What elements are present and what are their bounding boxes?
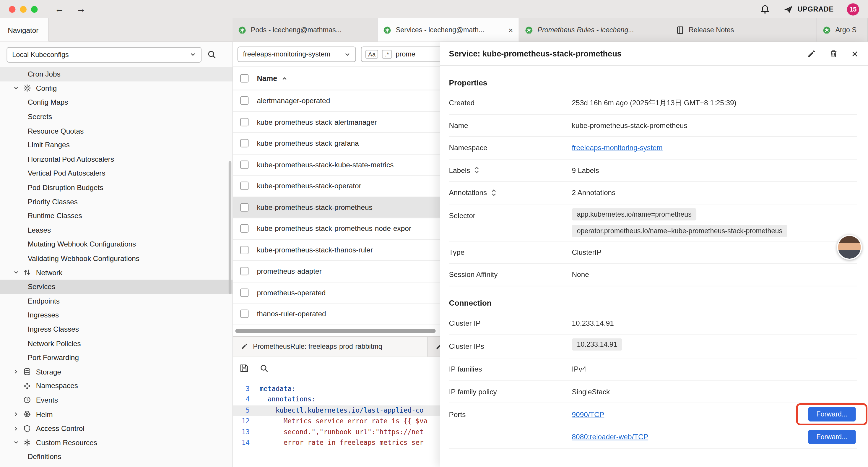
sidebar-item-secrets[interactable]: Secrets	[0, 110, 232, 124]
save-icon[interactable]	[240, 363, 248, 372]
forward-button[interactable]: Forward...	[808, 407, 856, 422]
editor-search-icon[interactable]	[260, 363, 269, 372]
sidebar-item-endpoints[interactable]: Endpoints	[0, 294, 232, 308]
sidebar-item-cron-jobs[interactable]: Cron Jobs	[0, 67, 232, 81]
property-value[interactable]: freeleaps-monitoring-system	[572, 144, 663, 152]
row-checkbox[interactable]	[240, 245, 248, 254]
sidebar-item-validating-webhook-configurations[interactable]: Validating Webhook Configurations	[0, 251, 232, 265]
row-checkbox[interactable]	[240, 289, 248, 297]
sort-toggle-icon[interactable]	[474, 167, 479, 174]
sidebar-item-resource-quotas[interactable]: Resource Quotas	[0, 124, 232, 138]
row-checkbox[interactable]	[240, 224, 248, 233]
sidebar-group-custom-resources[interactable]: Custom Resources	[0, 436, 232, 450]
sidebar-group-events[interactable]: Events	[0, 393, 232, 407]
sort-ascending-icon[interactable]	[281, 75, 287, 82]
sidebar-item-label: Vertical Pod Autoscalers	[28, 169, 105, 177]
sidebar-item-services[interactable]: Services	[0, 280, 232, 294]
sidebar-item-runtime-classes[interactable]: Runtime Classes	[0, 209, 232, 223]
sidebar-item-priority-classes[interactable]: Priority Classes	[0, 195, 232, 209]
row-checkbox[interactable]	[240, 139, 248, 147]
chevron-down-icon[interactable]	[13, 85, 19, 91]
maximize-window-button[interactable]	[31, 6, 37, 12]
chevron-down-icon[interactable]	[13, 440, 19, 445]
chevron-down-icon[interactable]	[13, 270, 19, 275]
code-text: annotations:	[260, 394, 315, 405]
minimize-window-button[interactable]	[20, 6, 26, 12]
line-number: 12	[233, 416, 256, 427]
sidebar-item-horizontal-pod-autoscalers[interactable]: Horizontal Pod Autoscalers	[0, 152, 232, 166]
row-checkbox[interactable]	[240, 182, 248, 190]
select-all-checkbox[interactable]	[240, 74, 248, 83]
editor-tab-active[interactable]: PrometheusRule: freeleaps-prod-rabbitmq	[233, 337, 428, 356]
chevron-right-icon[interactable]	[13, 411, 19, 417]
close-window-button[interactable]	[9, 6, 16, 12]
navigator-panel-tab[interactable]: Navigator	[0, 18, 49, 42]
port-link[interactable]: 8080:reloader-web/TCP	[572, 433, 649, 441]
close-icon[interactable]: ×	[851, 48, 858, 59]
sidebar-item-config-maps[interactable]: Config Maps	[0, 95, 232, 110]
back-button[interactable]: ←	[55, 4, 64, 14]
namespace-filter-select[interactable]: freeleaps-monitoring-system	[238, 47, 356, 62]
sidebar-item-port-forwarding[interactable]: Port Forwarding	[0, 351, 232, 365]
chevron-right-icon[interactable]	[13, 369, 19, 375]
chevron-right-icon[interactable]	[13, 426, 19, 431]
sidebar-item-leases[interactable]: Leases	[0, 223, 232, 237]
row-checkbox[interactable]	[240, 118, 248, 126]
sidebar-item-ingress-classes[interactable]: Ingress Classes	[0, 322, 232, 337]
kubeconfig-select[interactable]: Local Kubeconfigs	[6, 47, 202, 62]
window-controls	[9, 6, 37, 12]
sidebar-group-namespaces[interactable]: Namespaces	[0, 379, 232, 393]
app-tab-release-notes[interactable]: Release Notes	[670, 18, 817, 42]
property-value: 10.233.14.91	[572, 319, 614, 327]
tab-label: Prometheus Rules - icecheng...	[537, 26, 664, 34]
sidebar-item-label: Network Policies	[28, 339, 81, 348]
sidebar-group-helm[interactable]: Helm	[0, 407, 232, 421]
row-checkbox[interactable]	[240, 267, 248, 275]
forward-button[interactable]: Forward...	[808, 430, 856, 444]
namespace-filter-value: freeleaps-monitoring-system	[243, 51, 330, 58]
service-name: kube-prometheus-stack-thanos-ruler	[257, 245, 373, 254]
row-checkbox[interactable]	[240, 203, 248, 211]
section-heading-properties: Properties	[449, 73, 857, 92]
sidebar-search-icon[interactable]	[207, 50, 217, 59]
forward-button[interactable]: →	[76, 4, 86, 14]
sidebar-item-pod-disruption-budgets[interactable]: Pod Disruption Budgets	[0, 180, 232, 195]
sidebar-item-definitions[interactable]: Definitions	[0, 450, 232, 464]
tab-close-icon[interactable]: ×	[508, 25, 513, 35]
sidebar-group-access-control[interactable]: Access Control	[0, 421, 232, 436]
sidebar-scrollbar[interactable]	[229, 161, 231, 294]
user-avatar[interactable]	[837, 235, 862, 260]
app-tab-services-icecheng-math[interactable]: Services - icecheng@math...×	[378, 18, 519, 42]
upgrade-button[interactable]: UPGRADE	[783, 4, 834, 14]
property-row-created: Created253d 16h 6m ago (2025年1月13日 GMT+8…	[449, 92, 857, 114]
sidebar-item-vertical-pod-autoscalers[interactable]: Vertical Pod Autoscalers	[0, 166, 232, 180]
sidebar-item-ingresses[interactable]: Ingresses	[0, 308, 232, 322]
row-checkbox[interactable]	[240, 160, 248, 169]
notification-count-badge[interactable]: 15	[847, 3, 859, 15]
sidebar-group-storage[interactable]: Storage	[0, 365, 232, 379]
name-column-header[interactable]: Name	[257, 74, 277, 83]
tab-label: Pods - icecheng@mathmas...	[251, 26, 371, 34]
port-link[interactable]: 9090/TCP	[572, 410, 604, 418]
sidebar-item-limit-ranges[interactable]: Limit Ranges	[0, 138, 232, 152]
delete-trash-icon[interactable]	[829, 49, 838, 58]
sidebar-item-network-policies[interactable]: Network Policies	[0, 337, 232, 351]
service-name: prometheus-adapter	[257, 267, 321, 275]
sidebar-group-network[interactable]: Network	[0, 265, 232, 280]
upgrade-plane-icon	[783, 4, 793, 14]
helm-icon	[23, 410, 31, 418]
sidebar-item-mutating-webhook-configurations[interactable]: Mutating Webhook Configurations	[0, 237, 232, 251]
regex-toggle[interactable]: .*	[382, 50, 392, 59]
horizontal-scrollbar[interactable]	[235, 329, 435, 332]
drawer-sections: PropertiesCreated253d 16h 6m ago (2025年1…	[440, 66, 868, 467]
row-checkbox[interactable]	[240, 96, 248, 105]
app-tab-prometheus-rules-icecheng[interactable]: Prometheus Rules - icecheng...	[519, 18, 671, 42]
sidebar-group-config[interactable]: Config	[0, 81, 232, 95]
row-checkbox[interactable]	[240, 310, 248, 318]
notifications-bell-icon[interactable]	[760, 4, 770, 14]
edit-pencil-icon[interactable]	[807, 49, 816, 58]
app-tab-argo-s[interactable]: Argo S	[817, 18, 868, 42]
match-case-toggle[interactable]: Aa	[366, 50, 378, 59]
app-tab-pods-icecheng-mathmas[interactable]: Pods - icecheng@mathmas...	[232, 18, 378, 42]
sort-toggle-icon[interactable]	[491, 188, 496, 196]
